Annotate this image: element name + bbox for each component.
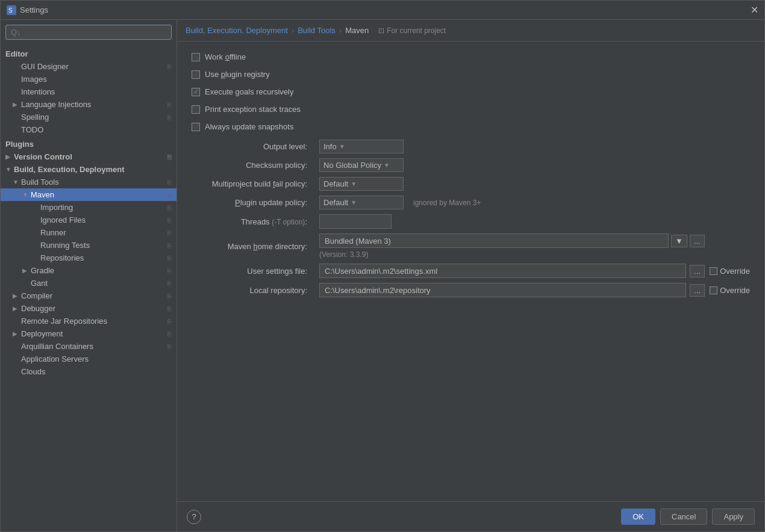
local-repo-override-checkbox[interactable] [710,286,717,294]
svg-text:S: S [8,7,13,14]
sidebar-item-deployment[interactable]: ▶ Deployment ⎘ [1,327,176,340]
user-settings-override-checkbox[interactable] [710,267,717,275]
copy-icon: ⎘ [167,242,172,249]
maven-home-input[interactable] [319,234,669,248]
sidebar-item-build-execution[interactable]: ▼ Build, Execution, Deployment [1,163,176,176]
sidebar-item-language-injections[interactable]: ▶ Language Injections ⎘ [1,98,176,111]
output-level-value: Info [323,142,337,151]
sidebar-item-remote-jar-repos[interactable]: Remote Jar Repositories ⎘ [1,315,176,327]
action-buttons: OK Cancel Apply [621,509,755,525]
execute-goals-checkbox[interactable] [192,88,200,96]
sidebar: Editor GUI Designer ⎘ Images Intentions … [1,20,177,531]
sidebar-item-maven[interactable]: ▼ Maven ⎘ [1,188,176,201]
threads-field [319,214,750,229]
copy-icon: ⎘ [167,255,172,262]
checksum-policy-field: No Global Policy ▼ [319,158,750,172]
maven-home-input-row: ▼ ... [319,234,705,248]
project-label: For current project [387,26,446,35]
plugin-update-dropdown[interactable]: Default ▼ [319,196,404,209]
work-offline-checkbox[interactable] [192,53,200,61]
output-level-label: Output level: [192,142,312,151]
help-button[interactable]: ? [187,510,201,524]
sidebar-item-gui-designer[interactable]: GUI Designer ⎘ [1,60,176,73]
sidebar-item-version-control[interactable]: ▶ Version Control ⎘ [1,150,176,163]
local-repo-row: ... [319,283,705,297]
user-settings-browse-button[interactable]: ... [690,265,705,277]
checksum-policy-label: Checksum policy: [192,161,312,170]
sidebar-item-gant[interactable]: Gant ⎘ [1,277,176,289]
work-offline-label: Work offline [205,52,246,61]
breadcrumb-build-tools[interactable]: Build Tools [298,26,336,35]
bottom-bar: ? OK Cancel Apply [177,501,764,531]
cancel-button[interactable]: Cancel [660,509,707,525]
maven-home-dots-button[interactable]: ... [690,235,705,247]
chevron-right-icon: ▶ [13,305,21,312]
sidebar-item-spelling[interactable]: Spelling ⎘ [1,111,176,123]
chevron-down-icon: ▼ [5,166,14,173]
sidebar-item-images[interactable]: Images [1,73,176,85]
search-box [5,25,172,40]
user-settings-row: ... [319,264,705,278]
multiproject-value: Default [323,179,348,188]
local-repo-browse-button[interactable]: ... [690,284,705,297]
local-repo-field: ... Override [319,283,750,297]
user-settings-override-label: Override [720,267,750,276]
multiproject-field: Default ▼ [319,177,750,191]
print-exception-row: Print exception stack traces [192,105,750,114]
ok-button[interactable]: OK [621,509,655,525]
user-settings-input[interactable] [319,264,686,278]
sidebar-item-repositories[interactable]: Repositories ⎘ [1,252,176,264]
sidebar-item-runner[interactable]: Runner ⎘ [1,226,176,239]
sidebar-item-todo[interactable]: TODO [1,123,176,136]
threads-input[interactable] [319,214,392,229]
chevron-right-icon: ▶ [13,330,21,337]
breadcrumb-build-execution[interactable]: Build, Execution, Deployment [186,26,288,35]
copy-icon: ⎘ [167,292,172,300]
breadcrumb: Build, Execution, Deployment › Build Too… [177,20,764,42]
always-update-checkbox[interactable] [192,123,200,131]
maven-home-browse-button[interactable]: ▼ [671,235,687,247]
close-button[interactable]: ✕ [751,4,758,16]
breadcrumb-sep1: › [292,26,294,35]
sidebar-item-running-tests[interactable]: Running Tests ⎘ [1,239,176,252]
sidebar-item-debugger[interactable]: ▶ Debugger ⎘ [1,302,176,315]
plugins-section: Plugins [1,136,176,150]
copy-icon: ⎘ [167,229,172,237]
print-exception-checkbox[interactable] [192,105,200,114]
project-icon: ⊡ [378,26,384,35]
work-offline-row: Work offline [192,52,750,61]
use-plugin-registry-row: Use plugin registry [192,70,750,79]
plugin-update-label: Plugin update policy: [192,198,312,207]
multiproject-dropdown[interactable]: Default ▼ [319,177,404,191]
local-repo-override: Override [710,286,750,295]
use-plugin-registry-checkbox[interactable] [192,70,200,79]
output-level-dropdown[interactable]: Info ▼ [319,140,404,153]
chevron-down-icon: ▼ [13,179,21,185]
copy-icon: ⎘ [167,217,172,224]
sidebar-item-clouds[interactable]: Clouds [1,365,176,378]
apply-button[interactable]: Apply [712,509,755,525]
sidebar-item-build-tools[interactable]: ▼ Build Tools ⎘ [1,176,176,188]
copy-icon: ⎘ [167,101,172,108]
threads-label: Threads (-T option): [192,217,312,226]
sidebar-item-arquillian[interactable]: Arquillian Containers ⎘ [1,340,176,353]
local-repo-input[interactable] [319,283,686,297]
local-repo-label: Local repository: [192,286,312,295]
sidebar-item-importing[interactable]: Importing ⎘ [1,201,176,214]
execute-goals-label: Execute goals recursively [205,87,293,96]
editor-section: Editor [1,46,176,60]
dropdown-arrow-icon: ▼ [339,143,345,150]
sidebar-item-intentions[interactable]: Intentions [1,85,176,98]
search-input[interactable] [5,25,172,40]
checksum-policy-dropdown[interactable]: No Global Policy ▼ [319,158,404,172]
sidebar-item-ignored-files[interactable]: Ignored Files ⎘ [1,214,176,226]
sidebar-item-compiler[interactable]: ▶ Compiler ⎘ [1,289,176,302]
chevron-down-icon: ▼ [22,191,31,198]
sidebar-item-application-servers[interactable]: Application Servers [1,353,176,365]
settings-tree: Editor GUI Designer ⎘ Images Intentions … [1,45,176,531]
plugin-update-value: Default [323,198,348,207]
copy-icon: ⎘ [167,343,172,350]
settings-window: S Settings ✕ Editor GUI Designer ⎘ Image… [0,0,765,532]
use-plugin-registry-label: Use plugin registry [205,70,270,79]
sidebar-item-gradle[interactable]: ▶ Gradle ⎘ [1,264,176,277]
